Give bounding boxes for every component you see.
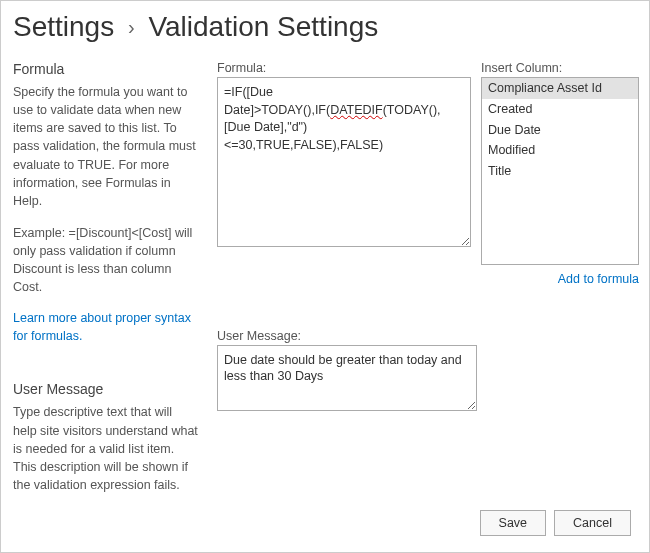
usermsg-section-title: User Message: [13, 381, 199, 397]
usermsg-section-desc: Type descriptive text that will help sit…: [13, 403, 199, 494]
cancel-button[interactable]: Cancel: [554, 510, 631, 536]
breadcrumb: Settings › Validation Settings: [1, 1, 650, 61]
usermsg-label: User Message:: [217, 329, 639, 343]
formula-textarea[interactable]: =IF([Due Date]>TODAY(),IF(DATEDIF(TODAY(…: [217, 77, 471, 247]
chevron-right-icon: ›: [128, 16, 135, 38]
formula-section-example: Example: =[Discount]<[Cost] will only pa…: [13, 224, 199, 297]
page-title: Validation Settings: [148, 11, 378, 42]
insert-column-label: Insert Column:: [481, 61, 639, 75]
list-item[interactable]: Modified: [482, 140, 638, 161]
list-item[interactable]: Title: [482, 161, 638, 182]
formula-section-title: Formula: [13, 61, 199, 77]
list-item[interactable]: Due Date: [482, 120, 638, 141]
usermsg-textarea[interactable]: [217, 345, 477, 411]
add-to-formula-link[interactable]: Add to formula: [558, 271, 639, 289]
breadcrumb-root[interactable]: Settings: [13, 11, 114, 42]
insert-column-listbox[interactable]: Compliance Asset IdCreatedDue DateModifi…: [481, 77, 639, 265]
spellcheck-wavy: DATEDIF: [330, 103, 383, 117]
formula-help-link[interactable]: Learn more about proper syntax for formu…: [13, 310, 199, 345]
formula-section-desc: Specify the formula you want to use to v…: [13, 83, 199, 210]
formula-label: Formula:: [217, 61, 471, 75]
save-button[interactable]: Save: [480, 510, 547, 536]
list-item[interactable]: Created: [482, 99, 638, 120]
list-item[interactable]: Compliance Asset Id: [482, 78, 638, 99]
